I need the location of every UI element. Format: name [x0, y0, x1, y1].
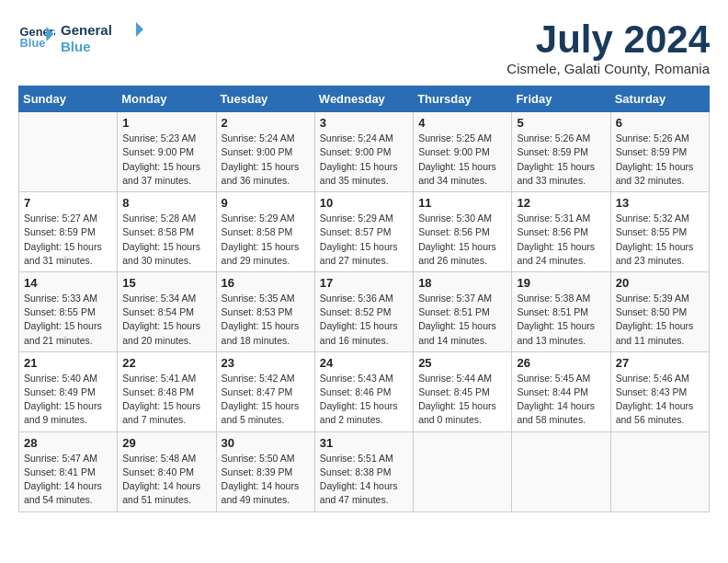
location: Cismele, Galati County, Romania [506, 61, 710, 76]
calendar-cell: 13Sunrise: 5:32 AMSunset: 8:55 PMDayligh… [610, 192, 709, 272]
calendar-cell [512, 431, 610, 511]
calendar-cell: 16Sunrise: 5:35 AMSunset: 8:53 PMDayligh… [216, 271, 314, 351]
svg-text:General: General [61, 22, 112, 38]
calendar-cell: 9Sunrise: 5:29 AMSunset: 8:58 PMDaylight… [216, 192, 314, 272]
calendar-cell: 11Sunrise: 5:30 AMSunset: 8:56 PMDayligh… [414, 192, 512, 272]
day-number: 16 [222, 276, 310, 290]
day-info: Sunrise: 5:30 AMSunset: 8:56 PMDaylight:… [418, 212, 506, 268]
calendar-cell: 18Sunrise: 5:37 AMSunset: 8:51 PMDayligh… [414, 271, 512, 351]
calendar-cell: 22Sunrise: 5:41 AMSunset: 8:48 PMDayligh… [118, 351, 216, 431]
day-number: 24 [320, 356, 408, 370]
day-number: 10 [320, 196, 408, 210]
svg-text:Blue: Blue [61, 39, 91, 54]
day-number: 7 [24, 196, 112, 210]
day-info: Sunrise: 5:24 AMSunset: 9:00 PMDaylight:… [320, 132, 408, 188]
day-info: Sunrise: 5:23 AMSunset: 9:00 PMDaylight:… [122, 132, 210, 188]
day-info: Sunrise: 5:42 AMSunset: 8:47 PMDaylight:… [222, 372, 310, 428]
day-number: 2 [222, 116, 310, 130]
day-info: Sunrise: 5:25 AMSunset: 9:00 PMDaylight:… [418, 132, 506, 188]
weekday-header-tuesday: Tuesday [216, 86, 314, 112]
day-number: 19 [517, 276, 605, 290]
day-info: Sunrise: 5:26 AMSunset: 8:59 PMDaylight:… [616, 132, 704, 188]
calendar-cell: 1Sunrise: 5:23 AMSunset: 9:00 PMDaylight… [118, 112, 216, 192]
calendar-cell: 30Sunrise: 5:50 AMSunset: 8:39 PMDayligh… [216, 431, 314, 511]
day-info: Sunrise: 5:32 AMSunset: 8:55 PMDaylight:… [616, 212, 704, 268]
day-number: 9 [222, 196, 310, 210]
title-block: July 2024 Cismele, Galati County, Romani… [506, 18, 710, 76]
calendar-cell: 23Sunrise: 5:42 AMSunset: 8:47 PMDayligh… [216, 351, 314, 431]
calendar-cell: 19Sunrise: 5:38 AMSunset: 8:51 PMDayligh… [512, 271, 610, 351]
day-info: Sunrise: 5:36 AMSunset: 8:52 PMDaylight:… [320, 292, 408, 348]
calendar-cell: 21Sunrise: 5:40 AMSunset: 8:49 PMDayligh… [19, 351, 118, 431]
month-title: July 2024 [506, 18, 710, 61]
calendar-cell: 27Sunrise: 5:46 AMSunset: 8:43 PMDayligh… [610, 351, 709, 431]
day-number: 30 [222, 436, 310, 450]
day-number: 11 [418, 196, 506, 210]
day-info: Sunrise: 5:48 AMSunset: 8:40 PMDaylight:… [122, 452, 210, 508]
day-number: 13 [616, 196, 704, 210]
day-number: 31 [320, 436, 408, 450]
svg-text:Blue: Blue [20, 36, 46, 50]
calendar-cell: 14Sunrise: 5:33 AMSunset: 8:55 PMDayligh… [19, 271, 118, 351]
calendar-table: SundayMondayTuesdayWednesdayThursdayFrid… [18, 86, 710, 511]
calendar-cell: 15Sunrise: 5:34 AMSunset: 8:54 PMDayligh… [118, 271, 216, 351]
day-number: 17 [320, 276, 408, 290]
day-info: Sunrise: 5:29 AMSunset: 8:58 PMDaylight:… [222, 212, 310, 268]
calendar-cell [610, 431, 709, 511]
calendar-cell: 24Sunrise: 5:43 AMSunset: 8:46 PMDayligh… [314, 351, 413, 431]
day-number: 3 [320, 116, 408, 130]
weekday-header-thursday: Thursday [414, 86, 512, 112]
day-number: 22 [122, 356, 210, 370]
day-number: 23 [222, 356, 310, 370]
week-row-1: 1Sunrise: 5:23 AMSunset: 9:00 PMDaylight… [19, 112, 710, 192]
day-number: 14 [24, 276, 112, 290]
page-header: General Blue General Blue July 2024 Cism… [18, 18, 710, 76]
day-info: Sunrise: 5:35 AMSunset: 8:53 PMDaylight:… [222, 292, 310, 348]
day-number: 18 [418, 276, 506, 290]
day-info: Sunrise: 5:39 AMSunset: 8:50 PMDaylight:… [616, 292, 704, 348]
week-row-3: 14Sunrise: 5:33 AMSunset: 8:55 PMDayligh… [19, 271, 710, 351]
weekday-header-row: SundayMondayTuesdayWednesdayThursdayFrid… [19, 86, 710, 112]
day-info: Sunrise: 5:45 AMSunset: 8:44 PMDaylight:… [517, 372, 605, 428]
day-info: Sunrise: 5:47 AMSunset: 8:41 PMDaylight:… [24, 452, 112, 508]
weekday-header-sunday: Sunday [19, 86, 118, 112]
calendar-cell: 28Sunrise: 5:47 AMSunset: 8:41 PMDayligh… [19, 431, 118, 511]
day-info: Sunrise: 5:34 AMSunset: 8:54 PMDaylight:… [122, 292, 210, 348]
calendar-cell: 31Sunrise: 5:51 AMSunset: 8:38 PMDayligh… [314, 431, 413, 511]
day-number: 28 [24, 436, 112, 450]
calendar-cell: 12Sunrise: 5:31 AMSunset: 8:56 PMDayligh… [512, 192, 610, 272]
day-info: Sunrise: 5:40 AMSunset: 8:49 PMDaylight:… [24, 372, 112, 428]
logo: General Blue General Blue [18, 18, 143, 57]
day-number: 4 [418, 116, 506, 130]
calendar-cell: 5Sunrise: 5:26 AMSunset: 8:59 PMDaylight… [512, 112, 610, 192]
day-number: 21 [24, 356, 112, 370]
svg-marker-4 [136, 22, 143, 37]
calendar-cell: 4Sunrise: 5:25 AMSunset: 9:00 PMDaylight… [414, 112, 512, 192]
logo-icon: General Blue [18, 19, 55, 56]
calendar-cell: 29Sunrise: 5:48 AMSunset: 8:40 PMDayligh… [118, 431, 216, 511]
day-number: 25 [418, 356, 506, 370]
day-info: Sunrise: 5:31 AMSunset: 8:56 PMDaylight:… [517, 212, 605, 268]
day-info: Sunrise: 5:24 AMSunset: 9:00 PMDaylight:… [222, 132, 310, 188]
day-number: 1 [122, 116, 210, 130]
calendar-cell: 10Sunrise: 5:29 AMSunset: 8:57 PMDayligh… [314, 192, 413, 272]
weekday-header-monday: Monday [118, 86, 216, 112]
week-row-5: 28Sunrise: 5:47 AMSunset: 8:41 PMDayligh… [19, 431, 710, 511]
day-number: 29 [122, 436, 210, 450]
day-info: Sunrise: 5:27 AMSunset: 8:59 PMDaylight:… [24, 212, 112, 268]
day-info: Sunrise: 5:33 AMSunset: 8:55 PMDaylight:… [24, 292, 112, 348]
day-number: 27 [616, 356, 704, 370]
day-info: Sunrise: 5:28 AMSunset: 8:58 PMDaylight:… [122, 212, 210, 268]
calendar-cell: 2Sunrise: 5:24 AMSunset: 9:00 PMDaylight… [216, 112, 314, 192]
calendar-cell: 25Sunrise: 5:44 AMSunset: 8:45 PMDayligh… [414, 351, 512, 431]
calendar-cell: 17Sunrise: 5:36 AMSunset: 8:52 PMDayligh… [314, 271, 413, 351]
calendar-cell: 8Sunrise: 5:28 AMSunset: 8:58 PMDaylight… [118, 192, 216, 272]
day-number: 15 [122, 276, 210, 290]
day-info: Sunrise: 5:26 AMSunset: 8:59 PMDaylight:… [517, 132, 605, 188]
day-info: Sunrise: 5:29 AMSunset: 8:57 PMDaylight:… [320, 212, 408, 268]
weekday-header-friday: Friday [512, 86, 610, 112]
day-info: Sunrise: 5:46 AMSunset: 8:43 PMDaylight:… [616, 372, 704, 428]
day-info: Sunrise: 5:51 AMSunset: 8:38 PMDaylight:… [320, 452, 408, 508]
day-info: Sunrise: 5:37 AMSunset: 8:51 PMDaylight:… [418, 292, 506, 348]
day-info: Sunrise: 5:38 AMSunset: 8:51 PMDaylight:… [517, 292, 605, 348]
